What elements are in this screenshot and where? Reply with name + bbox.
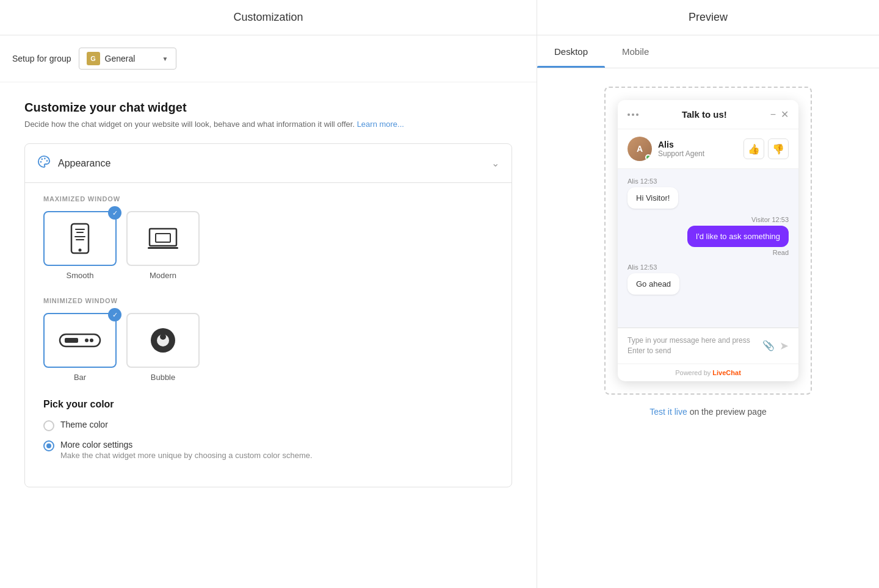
powered-by-text: Powered by	[675, 369, 712, 376]
minimize-icon[interactable]: −	[770, 109, 776, 120]
group-selector-bar: Setup for group G General ▼	[0, 35, 537, 82]
tab-desktop[interactable]: Desktop	[537, 35, 605, 68]
bubble-option-box[interactable]	[126, 313, 200, 368]
message-bubble-3: Go ahead	[628, 273, 679, 295]
appearance-card: Appearance ⌄ MAXIMIZED WINDOW	[24, 143, 512, 487]
custom-color-radio[interactable]	[43, 440, 54, 451]
thumbs-up-button[interactable]: 👍	[743, 138, 764, 159]
message-bubble-2: I'd like to ask something	[687, 226, 789, 247]
color-section-title: Pick your color	[43, 399, 493, 410]
svg-point-5	[79, 249, 82, 252]
svg-rect-7	[76, 232, 84, 233]
theme-color-label: Theme color	[60, 420, 108, 429]
maximized-window-section: MAXIMIZED WINDOW ✓	[43, 195, 493, 280]
agent-details: Alis Support Agent	[658, 140, 704, 158]
svg-point-0	[45, 159, 45, 159]
bar-icon	[59, 332, 101, 349]
custom-color-option[interactable]: More color settings Make the chat widget…	[43, 440, 493, 460]
test-live-link[interactable]: Test it live	[649, 407, 687, 417]
bubble-icon	[148, 326, 178, 355]
svg-point-19	[160, 334, 166, 340]
group-dropdown[interactable]: G General ▼	[79, 48, 176, 70]
palette-icon	[37, 155, 51, 171]
color-section: Pick your color Theme color	[43, 399, 493, 460]
group-selector-label: Setup for group	[12, 54, 71, 63]
maximized-window-options: ✓	[43, 211, 493, 280]
test-live-suffix: on the preview page	[690, 407, 767, 417]
svg-rect-14	[65, 338, 78, 343]
right-panel: Desktop Mobile	[537, 35, 879, 588]
agent-bar: A Alis Support Agent 👍 👎	[618, 129, 798, 169]
smooth-icon	[68, 223, 92, 254]
message-sender-3: Alis 12:53	[628, 264, 789, 271]
bubble-option[interactable]: Bubble	[126, 313, 200, 382]
close-icon[interactable]: ✕	[781, 109, 789, 120]
chat-input-icons: 📎 ➤	[762, 339, 789, 353]
svg-point-16	[90, 339, 93, 342]
send-icon[interactable]: ➤	[780, 339, 789, 353]
bubble-label: Bubble	[151, 373, 175, 382]
chat-input-placeholder: Type in your message here and press Ente…	[628, 335, 756, 356]
attachment-icon[interactable]: 📎	[762, 340, 775, 351]
svg-rect-9	[76, 239, 84, 240]
smooth-check-badge: ✓	[108, 206, 121, 220]
chat-dot-1	[628, 113, 630, 116]
chat-title: Talk to us!	[682, 109, 727, 120]
agent-role: Support Agent	[658, 149, 704, 158]
chat-dots	[628, 113, 638, 116]
thumbs-down-button[interactable]: 👎	[768, 138, 789, 159]
customization-title: Customization	[233, 11, 303, 23]
svg-rect-12	[156, 234, 170, 242]
group-name: General	[105, 54, 157, 63]
preview-area: Talk to us! − ✕ A	[537, 68, 879, 588]
svg-rect-6	[75, 229, 85, 230]
svg-point-2	[42, 159, 42, 159]
rating-buttons: 👍 👎	[743, 138, 789, 159]
bar-option[interactable]: ✓ Bar	[43, 313, 117, 382]
online-indicator	[645, 154, 651, 160]
appearance-body: MAXIMIZED WINDOW ✓	[25, 182, 512, 487]
svg-point-3	[41, 162, 42, 162]
message-row-3: Alis 12:53 Go ahead	[628, 264, 789, 295]
group-icon: G	[87, 52, 100, 65]
bar-option-box[interactable]: ✓	[43, 313, 117, 368]
chat-header-left	[628, 113, 638, 116]
minimized-window-options: ✓ Bar	[43, 313, 493, 382]
message-bubble-1: Hi Visitor!	[628, 187, 678, 209]
message-sender-2: Visitor 12:53	[628, 216, 789, 223]
preview-title: Preview	[689, 11, 728, 23]
svg-point-1	[47, 160, 48, 161]
smooth-label: Smooth	[67, 271, 94, 280]
chat-widget: Talk to us! − ✕ A	[618, 100, 798, 381]
preview-tabs: Desktop Mobile	[537, 35, 879, 68]
modern-option[interactable]: Modern	[126, 211, 200, 280]
learn-more-link[interactable]: Learn more...	[357, 120, 404, 129]
theme-color-option[interactable]: Theme color	[43, 420, 493, 431]
smooth-option[interactable]: ✓	[43, 211, 117, 280]
chat-input-area[interactable]: Type in your message here and press Ente…	[618, 328, 798, 364]
modern-label: Modern	[150, 271, 176, 280]
bar-check-badge: ✓	[108, 308, 121, 321]
chat-widget-container: Talk to us! − ✕ A	[604, 87, 812, 395]
agent-name: Alis	[658, 140, 704, 149]
test-live-section: Test it live on the preview page	[649, 407, 766, 417]
chat-header-right: − ✕	[770, 109, 789, 120]
maximized-window-label: MAXIMIZED WINDOW	[43, 195, 493, 203]
tab-mobile[interactable]: Mobile	[605, 35, 666, 68]
chevron-down-icon: ⌄	[491, 157, 499, 169]
message-row-2: Visitor 12:53 I'd like to ask something …	[628, 216, 789, 256]
smooth-option-box[interactable]: ✓	[43, 211, 117, 266]
theme-color-radio[interactable]	[43, 420, 54, 431]
message-sender-1: Alis 12:53	[628, 177, 789, 185]
custom-color-label: More color settings	[60, 440, 313, 450]
custom-color-sublabel: Make the chat widget more unique by choo…	[60, 451, 313, 460]
minimized-window-section: MINIMIZED WINDOW ✓	[43, 297, 493, 382]
chat-dot-3	[636, 113, 638, 116]
chat-dot-2	[632, 113, 634, 116]
svg-rect-10	[150, 229, 176, 246]
modern-option-box[interactable]	[126, 211, 200, 266]
appearance-header[interactable]: Appearance ⌄	[25, 144, 512, 182]
bar-label: Bar	[74, 373, 86, 382]
avatar: A	[628, 137, 652, 161]
livechat-brand: LiveChat	[712, 369, 740, 376]
